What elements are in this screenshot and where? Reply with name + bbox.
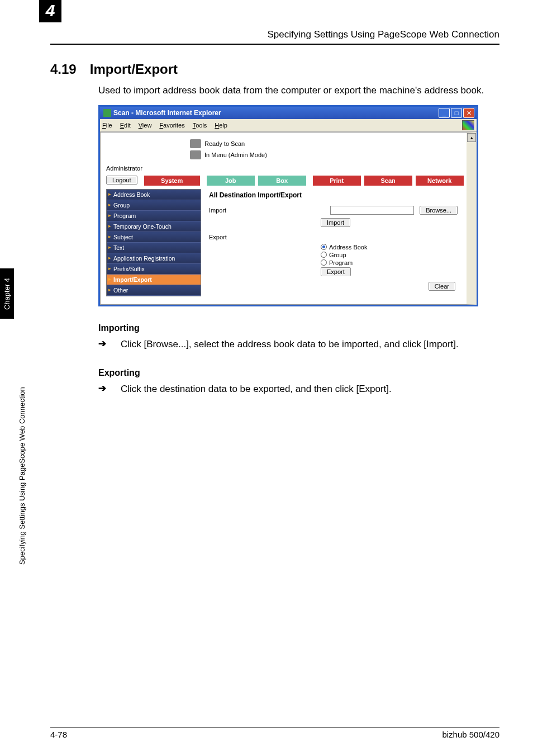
app-icon: [103, 109, 111, 117]
tab-job[interactable]: Job: [207, 175, 255, 186]
page-footer: 4-78 bizhub 500/420: [50, 727, 499, 739]
main-panel: All Destination Import/Export Import Bro…: [206, 189, 461, 296]
importing-step: Click [Browse...], select the address bo…: [121, 338, 499, 351]
radio-group-label: Group: [329, 252, 346, 258]
import-path-field[interactable]: [330, 206, 414, 215]
nav-subject[interactable]: Subject: [107, 232, 201, 243]
printer-icon: [190, 139, 201, 148]
arrow-icon: ➔: [98, 338, 110, 351]
ie-logo-icon: [462, 120, 474, 130]
page-header: 4 Specifying Settings Using PageScope We…: [50, 11, 499, 45]
radio-address-book-label: Address Book: [329, 244, 367, 251]
radio-program[interactable]: [321, 259, 327, 266]
section-title: Import/Export: [90, 62, 178, 77]
exporting-step: Click the destination data to be exporte…: [121, 382, 499, 396]
screenshot-window: Scan - Microsoft Internet Explorer _ □ ✕…: [98, 105, 478, 306]
tab-box[interactable]: Box: [258, 175, 306, 186]
section-heading: 4.19 Import/Export: [50, 62, 499, 77]
export-label: Export: [209, 234, 254, 240]
menu-view[interactable]: View: [139, 122, 152, 129]
menu-tools[interactable]: Tools: [193, 122, 207, 129]
menu-edit[interactable]: Edit: [120, 122, 131, 129]
menu-bar: File Edit View Favorites Tools Help: [100, 119, 477, 132]
section-intro: Used to import address book data from th…: [98, 84, 499, 97]
exporting-heading: Exporting: [98, 368, 499, 378]
nav-prefix-suffix[interactable]: Prefix/Suffix: [107, 264, 201, 275]
menu-file[interactable]: File: [102, 122, 112, 129]
import-label: Import: [209, 207, 254, 214]
browse-button[interactable]: Browse...: [420, 206, 458, 215]
maximize-button[interactable]: □: [451, 108, 462, 118]
section-number: 4.19: [50, 62, 77, 77]
tab-scan[interactable]: Scan: [364, 175, 412, 186]
nav-program[interactable]: Program: [107, 211, 201, 221]
importing-heading: Importing: [98, 323, 499, 333]
minimize-button[interactable]: _: [439, 108, 450, 118]
window-titlebar: Scan - Microsoft Internet Explorer _ □ ✕: [100, 107, 477, 119]
browser-viewport: ▴ Ready to Scan In Menu (Admin Mode) Adm…: [100, 132, 477, 305]
nav-temp-one-touch[interactable]: Temporary One-Touch: [107, 221, 201, 232]
chapter-tab: Chapter 4: [0, 268, 14, 319]
radio-group[interactable]: [321, 252, 327, 258]
tab-print[interactable]: Print: [313, 175, 361, 186]
status-mode-text: In Menu (Admin Mode): [204, 152, 267, 158]
menu-help[interactable]: Help: [215, 122, 227, 129]
window-title: Scan - Microsoft Internet Explorer: [113, 109, 221, 117]
chapter-number-box: 4: [39, 0, 61, 22]
export-button[interactable]: Export: [321, 267, 351, 276]
panel-heading: All Destination Import/Export: [209, 191, 458, 199]
import-button[interactable]: Import: [321, 218, 350, 227]
side-nav: Address Book Group Program Temporary One…: [106, 189, 201, 296]
clear-button[interactable]: Clear: [429, 282, 455, 291]
nav-application-reg[interactable]: Application Registration: [107, 253, 201, 264]
side-label: Specifying Settings Using PageScope Web …: [18, 263, 26, 565]
page-number: 4-78: [50, 730, 67, 739]
scrollbar-up-icon[interactable]: ▴: [467, 133, 476, 142]
tab-network[interactable]: Network: [416, 175, 464, 186]
status-row-mode: In Menu (Admin Mode): [190, 150, 461, 159]
nav-group[interactable]: Group: [107, 200, 201, 211]
arrow-icon: ➔: [98, 382, 110, 396]
tab-system[interactable]: System: [144, 175, 200, 186]
admin-label: Administrator: [106, 165, 461, 172]
status-ready-text: Ready to Scan: [204, 140, 245, 147]
radio-address-book[interactable]: [321, 244, 327, 250]
radio-program-label: Program: [329, 259, 353, 266]
nav-import-export[interactable]: Import/Export: [107, 275, 201, 285]
status-row-ready: Ready to Scan: [190, 139, 461, 148]
nav-text[interactable]: Text: [107, 243, 201, 253]
close-button[interactable]: ✕: [463, 108, 474, 118]
nav-address-book[interactable]: Address Book: [107, 190, 201, 200]
nav-other[interactable]: Other: [107, 285, 201, 296]
running-title: Specifying Settings Using PageScope Web …: [268, 29, 500, 40]
logout-button[interactable]: Logout: [106, 176, 137, 185]
mode-icon: [190, 150, 201, 159]
menu-favorites[interactable]: Favorites: [159, 122, 184, 129]
model-name: bizhub 500/420: [442, 730, 499, 739]
